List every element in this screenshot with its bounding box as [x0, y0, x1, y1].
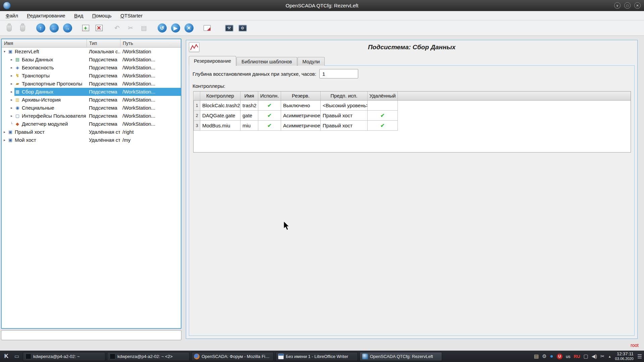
shade-button[interactable]: ∨: [614, 2, 621, 9]
maximize-button[interactable]: □: [624, 2, 631, 9]
undo-button[interactable]: ↶: [111, 22, 123, 34]
col-remote[interactable]: Удалённый: [368, 92, 398, 100]
close-button[interactable]: ✕: [634, 2, 641, 9]
check-icon[interactable]: [368, 100, 398, 110]
scissors-icon[interactable]: ✂: [600, 353, 605, 359]
tree-row[interactable]: ▸▥Архивы-История Подсистема /WorkStation…: [2, 96, 181, 104]
load-from-db-button[interactable]: [3, 22, 15, 34]
controllers-table[interactable]: Контроллер Имя Исполн. Резерв. Предп. ис…: [193, 91, 631, 153]
tree-column-type[interactable]: Тип: [87, 39, 120, 48]
expander-icon[interactable]: ▸: [9, 112, 14, 120]
check-icon[interactable]: ✔: [368, 110, 398, 120]
player-icon[interactable]: U: [557, 354, 562, 359]
show-desktop-button[interactable]: ▭: [12, 352, 21, 361]
tree-row-selected[interactable]: ▸▦Сбор Данных Подсистема /WorkStation...: [2, 88, 181, 96]
expander-icon[interactable]: ▾: [2, 48, 7, 56]
clock[interactable]: 12:37:11 03.06.2020: [615, 351, 634, 361]
check-icon[interactable]: ✔: [368, 120, 398, 130]
expander-icon[interactable]: ▸: [9, 104, 14, 112]
manual-button[interactable]: [201, 22, 213, 34]
expander-icon[interactable]: ▸: [9, 64, 14, 72]
menu-item-view[interactable]: Вид: [70, 11, 87, 20]
check-icon[interactable]: ✔: [258, 110, 281, 120]
expander-icon[interactable]: ▸: [9, 72, 14, 80]
panel-collapse-icon[interactable]: ▲: [608, 355, 611, 358]
menu-item-edit[interactable]: Редактирование: [23, 11, 69, 20]
table-row[interactable]: 2 DAQGate.gate gate ✔ Асимметричное Прав…: [194, 110, 631, 120]
tree-row[interactable]: ▸▣Мой хост Удалённая ст... /my: [2, 136, 181, 144]
expander-icon[interactable]: ▸: [9, 88, 14, 96]
go-up-button[interactable]: ↑: [34, 22, 47, 34]
tab-modules[interactable]: Модули: [298, 57, 325, 66]
add-item-button[interactable]: +: [79, 22, 92, 34]
expander-icon[interactable]: ▸: [2, 136, 7, 144]
cell-name[interactable]: gate: [240, 110, 258, 120]
tree-row[interactable]: ▾▣RezervLeft Локальная с... /WorkStation: [2, 48, 181, 56]
cell-controller[interactable]: ModBus.miu: [200, 120, 240, 130]
tree-column-name[interactable]: Имя: [2, 39, 87, 48]
paste-button[interactable]: ▤: [138, 22, 150, 34]
col-reserve[interactable]: Резерв.: [281, 92, 321, 100]
cell-preferred[interactable]: <Высокий уровень>: [321, 100, 368, 110]
col-name[interactable]: Имя: [240, 92, 258, 100]
tab-reservation[interactable]: Резервирование: [189, 56, 236, 66]
taskbar-task-terminal-2[interactable]: kdwpenza@p4-a2-02: ~ <2>: [107, 352, 190, 361]
cell-reserve[interactable]: Асимметричное: [281, 110, 321, 120]
cell-reserve[interactable]: Выключено: [281, 100, 321, 110]
taskbar-task-writer[interactable]: Без имени 1 - LibreOffice Writer: [275, 352, 358, 361]
table-row[interactable]: 1 BlockCalc.trash2 trash2 ✔ Выключено <В…: [194, 100, 631, 110]
kde-menu-button[interactable]: K: [2, 352, 11, 361]
language-indicator-ru[interactable]: RU: [574, 354, 580, 359]
panel-menu-icon[interactable]: ☰: [637, 353, 642, 360]
tree-column-path[interactable]: Путь: [120, 39, 181, 48]
taskbar-task-terminal-1[interactable]: kdwpenza@p4-a2-02: ~: [23, 352, 105, 361]
col-executed[interactable]: Исполн.: [258, 92, 281, 100]
menu-item-file[interactable]: Файл: [2, 11, 22, 20]
cell-controller[interactable]: DAQGate.gate: [200, 110, 240, 120]
volume-icon[interactable]: ◀): [592, 353, 597, 359]
cell-preferred[interactable]: Правый хост: [321, 110, 368, 120]
monitor-icon[interactable]: ▢: [583, 353, 588, 359]
qtstarter-config-button[interactable]: ⚙: [236, 22, 249, 34]
go-forward-button[interactable]: →: [61, 22, 74, 34]
expander-icon[interactable]: ▸: [2, 128, 7, 136]
qtstarter-run-button[interactable]: ⚒: [223, 22, 235, 34]
cell-name[interactable]: miu: [240, 120, 258, 130]
cell-preferred[interactable]: Правый хост: [321, 120, 368, 130]
cut-button[interactable]: ✂: [124, 22, 137, 34]
tree-row[interactable]: ▸◈Безопасность Подсистема /WorkStation..…: [2, 64, 181, 72]
start-button[interactable]: ▶: [169, 22, 182, 34]
language-indicator-us[interactable]: us: [566, 354, 571, 359]
taskbar-task-firefox[interactable]: OpenSCADA: Форум - Mozilla Firef...: [191, 352, 274, 361]
tree-row[interactable]: ▸↯Транспорты Подсистема /WorkStation...: [2, 72, 181, 80]
taskbar-task-openscada[interactable]: OpenSCADA QTCfg: RezervLeft: [360, 352, 442, 361]
gear-icon[interactable]: ⚙: [542, 353, 546, 359]
restore-depth-input[interactable]: [319, 69, 358, 78]
menu-item-qtstarter[interactable]: QTStarter: [117, 11, 146, 20]
expander-icon[interactable]: ▸: [9, 96, 14, 104]
check-icon[interactable]: ✔: [258, 100, 281, 110]
tab-template-libraries[interactable]: Библиотеки шаблонов: [236, 57, 297, 66]
go-back-button[interactable]: ←: [48, 22, 60, 34]
cell-controller[interactable]: BlockCalc.trash2: [200, 100, 240, 110]
expander-icon[interactable]: ▸: [9, 80, 14, 88]
tree-edit-field[interactable]: [1, 330, 181, 340]
tree-row[interactable]: ▸▣Правый хост Удалённая ст... /right: [2, 128, 181, 136]
tree-row[interactable]: ▸▤Базы Данных Подсистема /WorkStation...: [2, 56, 181, 64]
col-preferred[interactable]: Предп. исп.: [321, 92, 368, 100]
expander-icon[interactable]: ▸: [9, 56, 14, 64]
tree-row[interactable]: ▸◉Специальные Подсистема /WorkStation...: [2, 104, 181, 112]
save-to-db-button[interactable]: [16, 22, 29, 34]
cell-name[interactable]: trash2: [240, 100, 258, 110]
network-icon[interactable]: ●: [550, 353, 553, 360]
tree-row[interactable]: ▸▰Транспортные Протоколы Подсистема /Wor…: [2, 80, 181, 88]
tree-row[interactable]: ▸▢Интерфейсы Пользователя Подсистема /Wo…: [2, 112, 181, 120]
table-row[interactable]: 3 ModBus.miu miu ✔ Асимметричное Правый …: [194, 120, 631, 130]
reload-button[interactable]: ↺: [156, 22, 168, 34]
check-icon[interactable]: ✔: [258, 120, 281, 130]
stop-button[interactable]: ✕: [182, 22, 195, 34]
cell-reserve[interactable]: Асимметричное: [281, 120, 321, 130]
tree-row[interactable]: └◆Диспетчер модулей Подсистема /WorkStat…: [2, 120, 181, 128]
delete-item-button[interactable]: ✕: [93, 22, 105, 34]
col-controller[interactable]: Контроллер: [200, 92, 240, 100]
